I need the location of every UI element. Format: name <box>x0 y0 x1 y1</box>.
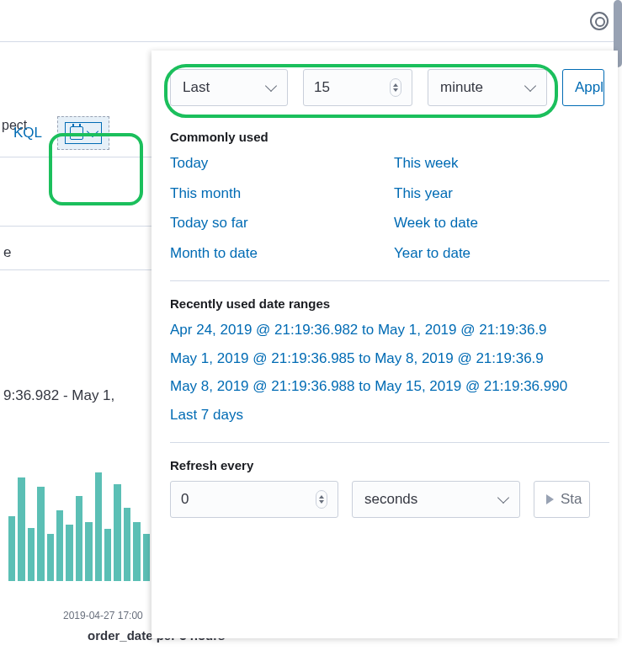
divider <box>0 269 152 270</box>
apply-button-label: Appl <box>575 79 603 96</box>
common-range-link[interactable]: Today so far <box>170 212 385 234</box>
label-fragment: e <box>3 244 11 261</box>
step-up-icon <box>319 495 324 499</box>
current-range-text: 9:36.982 - May 1, <box>3 387 114 404</box>
help-icon[interactable] <box>590 12 609 30</box>
divider <box>170 442 609 443</box>
recent-range-link[interactable]: Last 7 days <box>170 404 609 426</box>
number-stepper[interactable] <box>316 490 327 509</box>
commonly-used-grid: Today This week This month This year Tod… <box>170 152 609 264</box>
divider <box>170 280 609 281</box>
kql-button[interactable]: KQL <box>8 125 47 141</box>
annotation-highlight <box>164 64 558 118</box>
annotation-highlight <box>49 133 143 205</box>
refresh-value-input[interactable]: 0 <box>170 481 338 518</box>
refresh-unit-select[interactable]: seconds <box>352 481 520 518</box>
recent-ranges-list: Apr 24, 2019 @ 21:19:36.982 to May 1, 20… <box>170 319 609 425</box>
play-icon <box>546 494 554 504</box>
start-button-label: Sta <box>561 491 582 508</box>
apply-button[interactable]: Appl <box>562 69 604 106</box>
chevron-down-icon <box>497 492 509 504</box>
common-range-link[interactable]: Week to date <box>394 212 609 234</box>
recent-range-link[interactable]: May 8, 2019 @ 21:19:36.988 to May 15, 20… <box>170 376 609 397</box>
recent-range-link[interactable]: May 1, 2019 @ 21:19:36.985 to May 8, 201… <box>170 348 609 370</box>
refresh-heading: Refresh every <box>170 458 609 472</box>
common-range-link[interactable]: Today <box>170 152 385 174</box>
common-range-link[interactable]: This year <box>394 183 609 205</box>
x-axis-tick: 2019-04-27 17:00 <box>63 610 143 621</box>
common-range-link[interactable]: This week <box>394 152 609 174</box>
refresh-row: 0 seconds Sta <box>170 481 609 518</box>
step-down-icon <box>319 500 324 504</box>
common-range-link[interactable]: This month <box>170 183 385 205</box>
commonly-used-heading: Commonly used <box>170 130 609 144</box>
datepicker-popover: Last 15 minute Appl Commonly used Today … <box>152 51 618 638</box>
recent-range-link[interactable]: Apr 24, 2019 @ 21:19:36.982 to May 1, 20… <box>170 319 609 341</box>
histogram-chart <box>8 463 150 581</box>
refresh-value: 0 <box>181 491 189 508</box>
divider <box>0 226 152 227</box>
refresh-unit-value: seconds <box>364 491 417 508</box>
recent-ranges-heading: Recently used date ranges <box>170 296 609 311</box>
start-refresh-button[interactable]: Sta <box>534 481 590 518</box>
common-range-link[interactable]: Month to date <box>170 243 385 264</box>
top-bar <box>0 0 622 42</box>
common-range-link[interactable]: Year to date <box>394 243 609 264</box>
